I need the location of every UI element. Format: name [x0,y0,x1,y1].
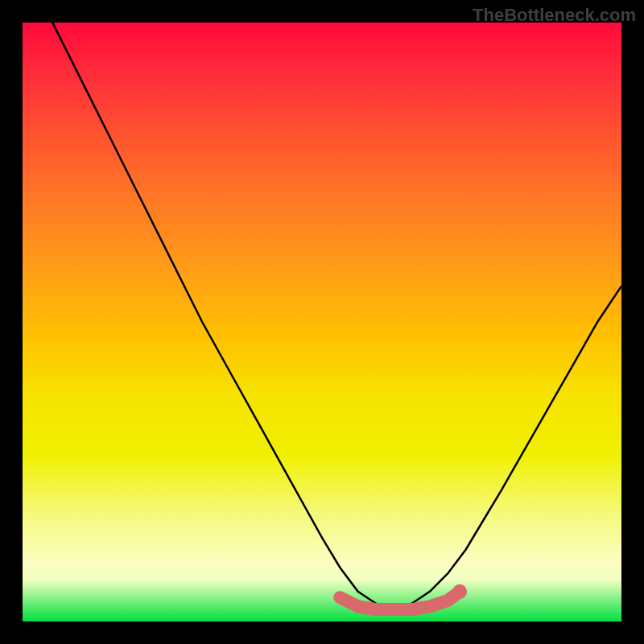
curve-layer [23,23,621,621]
curve-left [47,10,394,609]
plot-area [23,23,621,621]
curve-right [394,286,621,609]
chart-container: TheBottleneck.com [0,0,644,644]
bottom-marker [340,592,460,609]
bottom-marker-end-dot [452,584,467,599]
